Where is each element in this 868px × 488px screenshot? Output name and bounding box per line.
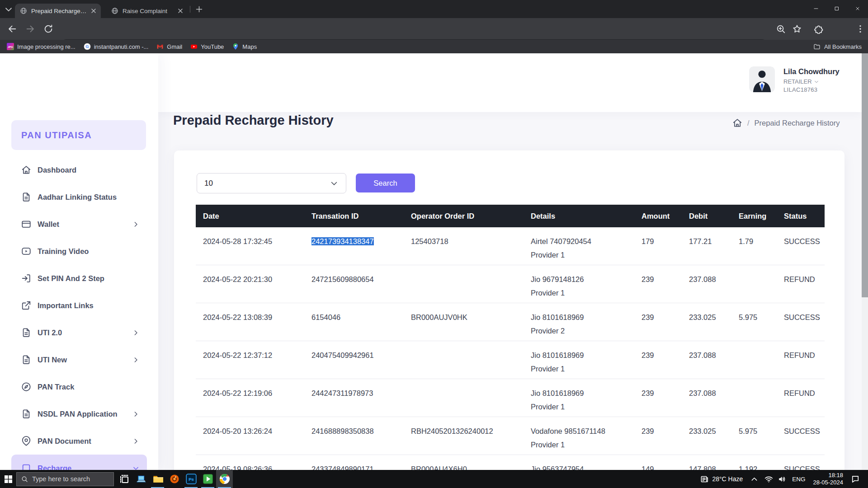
tab-search-chevron-icon[interactable]	[4, 5, 14, 14]
bookmark-gmail[interactable]: Gmail	[152, 41, 186, 52]
sidebar-item-uti-2-0[interactable]: UTI 2.0	[11, 319, 147, 346]
sidebar-item-recharge[interactable]: Recharge	[11, 455, 147, 470]
tab-close-icon[interactable]	[177, 7, 184, 14]
taskbar-search-input[interactable]: Type here to search	[16, 472, 114, 486]
zoom-icon[interactable]	[776, 24, 786, 34]
taskbar-apps: Ps	[116, 470, 233, 488]
sidebar-item-important-links[interactable]: Important Links	[11, 292, 147, 319]
bookmark-maps[interactable]: Maps	[228, 41, 261, 52]
taskbar-app-file-explorer[interactable]	[149, 470, 166, 488]
brand-logo[interactable]: PAN UTIPAISA	[11, 120, 146, 150]
laptop-icon	[136, 474, 146, 484]
time: 18:18	[813, 472, 844, 479]
sidebar-item-label: Training Video	[38, 247, 89, 256]
system-tray: 28°C Haze ENG 18:18 28-05-2024	[697, 470, 868, 488]
cell-operator-order-id	[404, 389, 524, 417]
cell-transaction-id[interactable]: 6154046	[304, 313, 404, 341]
sidebar-item-label: Dashboard	[38, 166, 76, 174]
bookmark-instantpanuti-com[interactable]: Ginstantpanuti.com -...	[80, 41, 153, 52]
cell-transaction-id[interactable]: 243374849890171	[304, 465, 404, 470]
cell-status: SUCCESS	[777, 313, 825, 341]
cell-transaction-id[interactable]: 241688898350838	[304, 427, 404, 455]
taskbar-app-pc[interactable]	[132, 470, 149, 488]
sidebar-item-set-pin-and-2-step[interactable]: Set PIN And 2 Step	[11, 265, 147, 292]
cell-date: 2024-05-22 12:19:06	[196, 389, 304, 417]
sidebar-item-label: Set PIN And 2 Step	[38, 274, 104, 283]
start-button[interactable]	[0, 470, 16, 488]
chevron-right-icon	[132, 221, 140, 228]
sidebar-item-training-video[interactable]: Training Video	[11, 238, 147, 265]
page-size-select[interactable]: 10	[197, 173, 346, 193]
taskbar-app-photoshop[interactable]: Ps	[183, 470, 199, 488]
taskbar-app-task-view[interactable]	[116, 470, 132, 488]
chevron-up-icon	[750, 475, 759, 483]
sidebar-item-wallet[interactable]: Wallet	[11, 211, 147, 238]
cell-earning	[731, 389, 777, 417]
cell-transaction-id[interactable]: 244247311978973	[304, 389, 404, 417]
reload-icon[interactable]	[43, 24, 53, 34]
detail-line: Provider 1	[531, 250, 634, 260]
table-row: 2024-05-19 08:26:36243374849890171BR000A…	[196, 455, 825, 470]
new-tab-icon[interactable]	[195, 5, 203, 13]
tab-title: Prepaid Recharge History	[31, 8, 87, 14]
menu-kebab-icon[interactable]	[855, 24, 865, 34]
extensions-icon[interactable]	[814, 24, 824, 34]
cell-details: Jio 8101618969Provider 1	[524, 351, 634, 379]
sidebar-item-pan-document[interactable]: PAN Document	[11, 427, 147, 455]
scrollbar-thumb[interactable]	[862, 53, 868, 297]
close-button[interactable]	[847, 0, 868, 17]
cell-transaction-id[interactable]: 242173934138347	[304, 237, 404, 265]
browser-tab-prepaid-recharge-history[interactable]: Prepaid Recharge History	[15, 4, 101, 18]
globe-icon	[20, 7, 27, 14]
cell-amount: 239	[634, 313, 682, 341]
user-profile[interactable]: Lila Chowdhury RETAILER LILAC18763	[749, 66, 840, 93]
transaction-id-text: 241688898350838	[311, 427, 374, 435]
maximize-button[interactable]	[826, 0, 847, 17]
home-icon[interactable]	[732, 118, 742, 128]
browser-tab-raise-complaint[interactable]: Raise Complaint	[106, 4, 188, 18]
sidebar-item-nsdl-pan-application[interactable]: NSDL PAN Application	[11, 400, 147, 427]
cell-amount: 239	[634, 389, 682, 417]
network-status[interactable]	[762, 470, 775, 488]
bookmark-youtube[interactable]: YouTube	[186, 41, 228, 52]
clock[interactable]: 18:18 28-05-2024	[809, 472, 848, 486]
cell-details: Jio 8101618969Provider 2	[524, 313, 634, 341]
tab-close-icon[interactable]	[90, 7, 97, 14]
language-indicator[interactable]: ENG	[788, 476, 809, 483]
taskbar-app-chrome[interactable]	[216, 470, 233, 488]
user-role[interactable]: RETAILER	[783, 78, 840, 85]
chevron-right-icon	[132, 410, 140, 418]
weather-text: 28°C Haze	[712, 475, 743, 483]
cell-date: 2024-05-20 13:26:24	[196, 427, 304, 455]
all-bookmarks-button[interactable]: All Bookmarks	[813, 41, 862, 52]
bookmarks-row: JPGImage processing re...Ginstantpanuti.…	[3, 40, 261, 53]
sidebar-item-aadhar-linking-status[interactable]: Aadhar Linking Status	[11, 183, 147, 211]
cell-transaction-id[interactable]: 240475409942961	[304, 351, 404, 379]
bookmark-star-icon[interactable]	[792, 24, 802, 34]
taskbar-app-camera-app[interactable]	[166, 470, 183, 488]
page-scrollbar[interactable]	[862, 53, 868, 470]
search-button[interactable]: Search	[356, 174, 415, 192]
action-center[interactable]	[847, 470, 863, 488]
sidebar-item-uti-new[interactable]: UTI New	[11, 346, 147, 373]
profile-meta: Lila Chowdhury RETAILER LILAC18763	[783, 66, 840, 93]
table-row: 2024-05-28 17:32:45242173934138347125403…	[196, 227, 825, 265]
cell-transaction-id[interactable]: 247215609880654	[304, 275, 404, 303]
bookmark-image-processing-re[interactable]: JPGImage processing re...	[3, 41, 80, 52]
cell-status: REFUND	[777, 275, 825, 303]
minimize-button[interactable]	[806, 0, 826, 17]
taskbar-app-media-play[interactable]	[199, 470, 216, 488]
cell-amount: 149	[634, 465, 682, 470]
maximize-icon	[834, 6, 840, 11]
google-icon: G	[84, 43, 91, 50]
detail-line: Airtel 7407920454	[531, 237, 634, 246]
sidebar-item-dashboard[interactable]: Dashboard	[11, 156, 147, 183]
detail-line: Jio 9679148126	[531, 275, 634, 284]
back-icon[interactable]	[7, 24, 17, 34]
weather-widget[interactable]: 28°C Haze	[697, 470, 746, 488]
sidebar-item-pan-track[interactable]: PAN Track	[11, 373, 147, 400]
tray-expand[interactable]	[746, 470, 762, 488]
forward-icon[interactable]	[25, 24, 35, 34]
bookmark-label: YouTube	[201, 43, 224, 50]
volume-control[interactable]	[775, 470, 788, 488]
